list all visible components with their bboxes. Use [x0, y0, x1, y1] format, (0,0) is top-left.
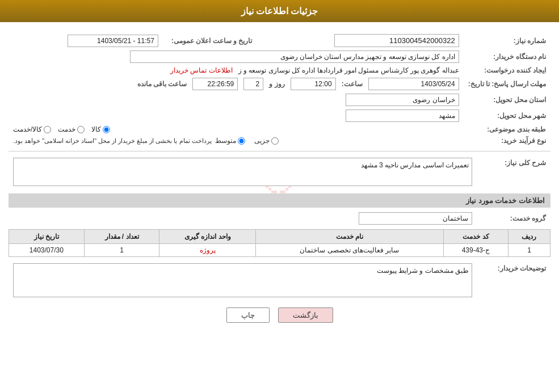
- page-title: جزئیات اطلاعات نیاز: [241, 6, 318, 16]
- category-kala[interactable]: کالا: [91, 125, 110, 133]
- province-label: استان محل تحویل:: [464, 92, 550, 108]
- deadline-date: 1403/05/24: [368, 78, 459, 90]
- category-khidmat[interactable]: خدمت: [58, 125, 85, 133]
- contact-link[interactable]: اطلاعات تماس خریدار: [170, 66, 233, 74]
- creator-value: عبداله گوهری پور کارشناس مسئول امور قرار…: [238, 66, 459, 74]
- col-unit: واحد اندازه گیری: [159, 230, 256, 244]
- description-value: تعمیرات اساسی مدارس ناحیه 3 مشهد: [13, 158, 472, 186]
- col-code: کد خدمت: [443, 230, 508, 244]
- description-label: شرح کلی نیاز:: [477, 156, 550, 188]
- service-group-label: گروه خدمت:: [477, 210, 550, 226]
- process-motavasset[interactable]: متوسط: [215, 137, 245, 145]
- buyer-desc-label: توضیحات خریدار:: [477, 262, 550, 299]
- col-row: ردیف: [508, 230, 550, 244]
- buyer-label: نام دستگاه خریدار:: [464, 49, 550, 65]
- process-note: پرداخت تمام یا بخشی از مبلغ خریدار از مح…: [13, 137, 212, 145]
- order-number-label: شماره نیاز:: [464, 32, 550, 49]
- buyer-desc-value: طبق مشخصات و شرایط پیوست: [13, 263, 472, 297]
- creator-label: ایجاد کننده درخواست:: [464, 65, 550, 76]
- col-qty: تعداد / مقدار: [84, 230, 159, 244]
- remaining-label: ساعت باقی مانده: [137, 80, 187, 88]
- col-date: تاریخ نیاز: [9, 230, 85, 244]
- city-value: مشهد: [346, 109, 459, 122]
- deadline-time-label: ساعت:: [342, 80, 363, 88]
- buyer-value: اداره کل نوسازی توسعه و تجهیز مدارس استا…: [130, 50, 459, 63]
- service-group-value: ساختمان: [359, 212, 472, 225]
- category-label: طبقه بندی موضوعی:: [464, 124, 550, 135]
- deadline-days: 2: [243, 78, 263, 90]
- page-header: جزئیات اطلاعات نیاز: [0, 0, 559, 22]
- order-number-value: 1103004542000322: [334, 34, 459, 47]
- services-section-title: اطلاعات خدمات مورد نیاز: [9, 193, 550, 208]
- deadline-days-label: روز و: [269, 80, 284, 88]
- deadline-label: مهلت ارسال پاسخ: تا تاریخ:: [464, 76, 550, 92]
- city-label: شهر محل تحویل:: [464, 108, 550, 124]
- bottom-buttons: بازگشت چاپ: [9, 307, 550, 334]
- deadline-time: 12:00: [291, 78, 336, 90]
- col-name: نام خدمت: [256, 230, 444, 244]
- category-kala-khidmat[interactable]: کالا/خدمت: [13, 125, 51, 133]
- province-value: خراسان رضوی: [346, 94, 459, 106]
- date-label: تاریخ و ساعت اعلان عمومی:: [163, 32, 257, 49]
- back-button[interactable]: بازگشت: [278, 307, 333, 323]
- date-value: 1403/05/21 - 11:57: [68, 35, 158, 47]
- process-jozi[interactable]: جزیی: [254, 137, 279, 145]
- remaining-time: 22:26:59: [192, 78, 238, 90]
- print-button[interactable]: چاپ: [226, 307, 270, 323]
- process-label: نوع فرآیند خرید:: [464, 135, 550, 146]
- services-table: ردیف کد خدمت نام خدمت واحد اندازه گیری ت…: [9, 229, 550, 257]
- table-row: 1ج-43-439سایر فعالیت‌های تخصصی ساختمانپر…: [9, 244, 550, 257]
